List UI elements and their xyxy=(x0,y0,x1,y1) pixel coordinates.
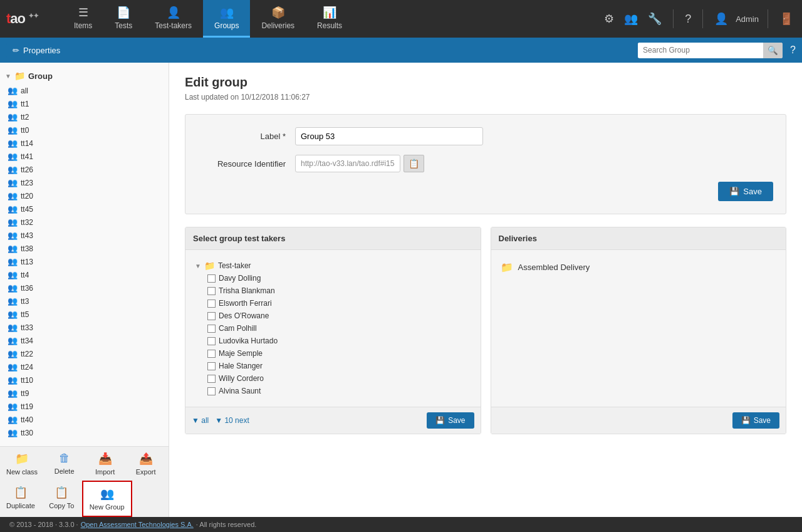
checkbox-maje[interactable] xyxy=(207,350,216,358)
sidebar-item-tt14[interactable]: 👥 tt14 xyxy=(0,137,169,150)
nav-item-results[interactable]: 📊 Results xyxy=(306,0,353,38)
copy-resource-button[interactable]: 📋 xyxy=(404,155,424,172)
checkbox-willy[interactable] xyxy=(207,375,216,383)
checkbox-alvina[interactable] xyxy=(207,387,216,395)
form-save-button[interactable]: 💾 Save xyxy=(718,182,773,201)
list-item[interactable]: Des O'Rowane xyxy=(207,310,471,322)
tree-root-group[interactable]: ▼ 📁 Group xyxy=(0,68,169,84)
settings-icon[interactable]: ⚙ xyxy=(602,9,617,28)
logout-icon[interactable]: 🚪 xyxy=(777,9,796,28)
duplicate-icon: 📋 xyxy=(14,486,28,499)
list-item[interactable]: Hale Stanger xyxy=(207,360,471,372)
list-item[interactable]: Alvina Saunt xyxy=(207,385,471,397)
sidebar-item-tt26[interactable]: 👥 tt26 xyxy=(0,163,169,176)
group-person-icon: 👥 xyxy=(8,323,18,332)
sidebar-item-tt36[interactable]: 👥 tt36 xyxy=(0,281,169,295)
deliveries-panel-body: 📁 Assembled Delivery xyxy=(491,250,786,407)
import-icon: 📥 xyxy=(98,452,112,466)
sidebar-item-tt20[interactable]: 👥 tt20 xyxy=(0,189,169,202)
delete-button[interactable]: 🗑 Delete xyxy=(44,447,85,481)
subheader-help-icon[interactable]: ? xyxy=(790,44,796,56)
delivery-label: Assembled Delivery xyxy=(518,263,590,272)
new-class-button[interactable]: 📁 New class xyxy=(0,447,44,481)
wrench-icon[interactable]: 🔧 xyxy=(645,9,664,28)
sidebar-item-tt43[interactable]: 👥 tt43 xyxy=(0,229,169,242)
sidebar-item-tt32[interactable]: 👥 tt32 xyxy=(0,216,169,229)
sidebar-scroll[interactable]: ▼ 📁 Group 👥 all 👥 tt1 👥 tt2 👥 tt0 👥 xyxy=(0,63,169,446)
search-input[interactable] xyxy=(638,43,763,58)
footer-company-link[interactable]: Open Assessment Technologies S.A. xyxy=(81,521,194,528)
search-box: 🔍 xyxy=(638,43,783,58)
copy-to-button[interactable]: 📋 Copy To xyxy=(41,481,82,517)
new-group-button[interactable]: 👥 New Group xyxy=(82,481,132,517)
sidebar-item-tt3[interactable]: 👥 tt3 xyxy=(0,295,169,308)
sidebar-item-tt23[interactable]: 👥 tt23 xyxy=(0,176,169,189)
nav-all-link[interactable]: ▼ all xyxy=(192,416,209,425)
sidebar-item-tt9[interactable]: 👥 tt9 xyxy=(0,387,169,400)
list-item[interactable]: Cam Polhill xyxy=(207,322,471,335)
sidebar-item-label: tt40 xyxy=(21,415,33,424)
group-person-icon: 👥 xyxy=(8,178,18,187)
nav-item-deliveries[interactable]: 📦 Deliveries xyxy=(250,0,306,38)
sidebar-item-tt22[interactable]: 👥 tt22 xyxy=(0,347,169,360)
test-takers-save-button[interactable]: 💾 Save xyxy=(427,412,474,429)
help-icon[interactable]: ? xyxy=(682,10,694,28)
checkbox-davy[interactable] xyxy=(207,274,216,283)
checkbox-hale[interactable] xyxy=(207,362,216,370)
test-takers-panel-footer: ▼ all ▼ 10 next 💾 Save xyxy=(185,407,481,434)
nav-next-link[interactable]: ▼ 10 next xyxy=(215,416,249,425)
sidebar-item-tt33[interactable]: 👥 tt33 xyxy=(0,321,169,334)
sidebar-item-tt5[interactable]: 👥 tt5 xyxy=(0,308,169,321)
list-item[interactable]: Ludovika Hurtado xyxy=(207,335,471,347)
nav-item-tests[interactable]: 📄 Tests xyxy=(103,0,143,38)
candidate-name: Davy Dolling xyxy=(219,274,261,283)
list-item[interactable]: Trisha Blankman xyxy=(207,284,471,297)
checkbox-trisha[interactable] xyxy=(207,287,216,295)
list-item[interactable]: Elsworth Ferrari xyxy=(207,297,471,310)
properties-button[interactable]: ✏ Properties xyxy=(6,43,66,58)
top-navigation: tao ✦✦ ☰ Items 📄 Tests 👤 Test-takers 👥 G… xyxy=(0,0,802,38)
sidebar-item-tt13[interactable]: 👥 tt13 xyxy=(0,255,169,268)
duplicate-button[interactable]: 📋 Duplicate xyxy=(0,481,41,517)
label-input[interactable] xyxy=(295,127,483,145)
search-button[interactable]: 🔍 xyxy=(763,43,783,58)
sidebar-item-tt40[interactable]: 👥 tt40 xyxy=(0,413,169,426)
candidate-name: Hale Stanger xyxy=(219,362,263,370)
sidebar-item-tt2[interactable]: 👥 tt2 xyxy=(0,110,169,123)
checkbox-ludovika[interactable] xyxy=(207,337,216,345)
sidebar-item-tt1[interactable]: 👥 tt1 xyxy=(0,97,169,110)
group-person-icon: 👥 xyxy=(8,231,18,240)
nav-item-test-takers[interactable]: 👤 Test-takers xyxy=(143,0,203,38)
sidebar-item-tt0[interactable]: 👥 tt0 xyxy=(0,123,169,137)
export-button[interactable]: 📤 Export xyxy=(125,447,166,481)
users-icon[interactable]: 👥 xyxy=(622,9,640,28)
checkbox-cam[interactable] xyxy=(207,325,216,333)
candidate-name: Maje Semple xyxy=(219,349,263,358)
nav-item-items[interactable]: ☰ Items xyxy=(63,0,103,38)
sidebar-item-tt38[interactable]: 👥 tt38 xyxy=(0,242,169,255)
sidebar-item-tt4[interactable]: 👥 tt4 xyxy=(0,268,169,281)
sidebar-item-tt45[interactable]: 👥 tt45 xyxy=(0,202,169,216)
sidebar-item-tt34[interactable]: 👥 tt34 xyxy=(0,334,169,347)
sidebar-item-tt19[interactable]: 👥 tt19 xyxy=(0,400,169,413)
nav-item-groups[interactable]: 👥 Groups xyxy=(203,0,250,38)
new-class-icon: 📁 xyxy=(15,452,29,466)
test-takers-panel-header: Select group test takers xyxy=(185,227,481,250)
sidebar-item-tt41[interactable]: 👥 tt41 xyxy=(0,150,169,163)
delivery-folder-icon: 📁 xyxy=(501,261,513,273)
checkbox-elsworth[interactable] xyxy=(207,300,216,308)
sidebar-item-all[interactable]: 👥 all xyxy=(0,84,169,97)
checkbox-des[interactable] xyxy=(207,312,216,320)
arrow-down-icon: ▼ xyxy=(195,263,201,269)
list-item[interactable]: Willy Cordero xyxy=(207,372,471,385)
sidebar-item-tt30[interactable]: 👥 tt30 xyxy=(0,426,169,439)
list-item[interactable]: 📁 Assembled Delivery xyxy=(497,256,780,278)
resource-input[interactable] xyxy=(295,155,400,172)
deliveries-save-button[interactable]: 💾 Save xyxy=(732,412,779,429)
list-item[interactable]: Maje Semple xyxy=(207,347,471,360)
import-button[interactable]: 📥 Import xyxy=(85,447,125,481)
sidebar-item-tt10[interactable]: 👥 tt10 xyxy=(0,373,169,387)
list-item[interactable]: Davy Dolling xyxy=(207,272,471,284)
sidebar-item-tt24[interactable]: 👥 tt24 xyxy=(0,360,169,373)
sidebar-item-label: tt13 xyxy=(21,258,33,266)
